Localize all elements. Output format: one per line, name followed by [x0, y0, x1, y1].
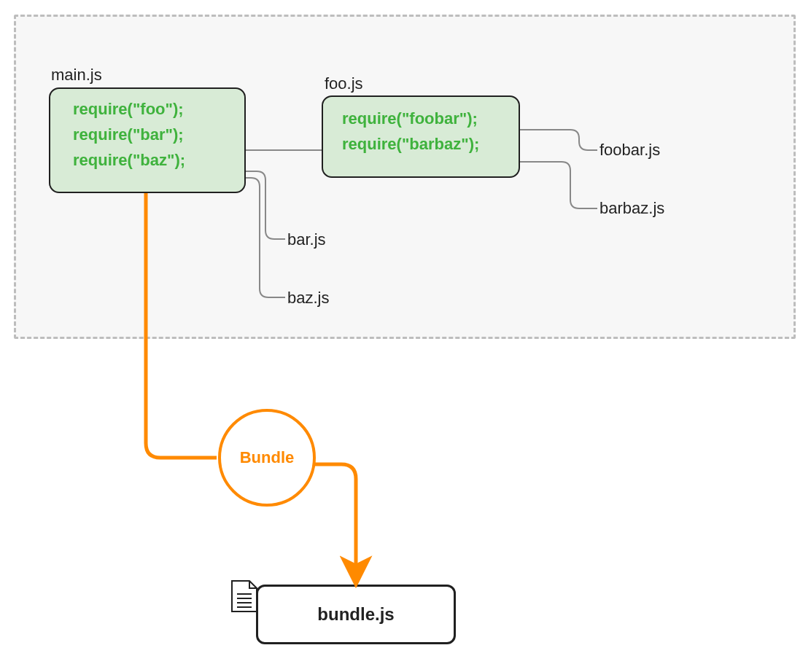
bundle-process-label: Bundle — [240, 448, 295, 467]
file-baz: baz.js — [287, 289, 329, 308]
connector-bundle-to-output — [314, 464, 356, 580]
main-module-code: require("foo"); require("bar"); require(… — [73, 96, 185, 173]
foo-module-label: foo.js — [325, 74, 363, 93]
main-module-label: main.js — [51, 66, 102, 85]
file-icon — [232, 581, 257, 612]
bundle-output-box: bundle.js — [256, 585, 456, 644]
foo-module-code: require("foobar"); require("barbaz"); — [342, 106, 479, 157]
diagram-canvas: main.js require("foo"); require("bar"); … — [0, 0, 811, 672]
file-barbaz: barbaz.js — [599, 199, 664, 218]
bundle-output-label: bundle.js — [317, 604, 394, 625]
file-bar: bar.js — [287, 230, 326, 249]
file-foobar: foobar.js — [599, 141, 660, 160]
bundle-process-node: Bundle — [218, 409, 316, 507]
